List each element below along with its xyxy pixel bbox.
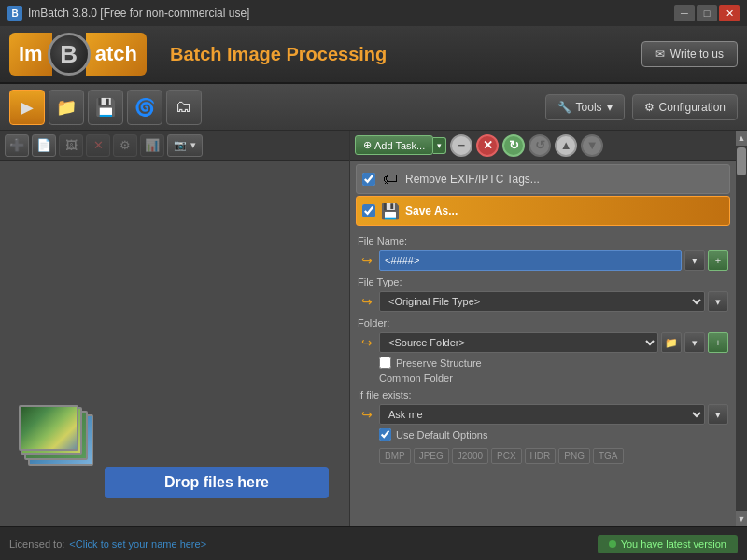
if-exists-row: ↪ Ask me ▾: [358, 404, 728, 425]
folder-arrow-icon[interactable]: ↪: [358, 333, 376, 352]
folder-select[interactable]: <Source Folder>: [379, 332, 658, 353]
folder-add-btn[interactable]: +: [708, 332, 728, 353]
task-item-saveas[interactable]: 💾 Save As...: [356, 196, 730, 226]
drop-text[interactable]: Drop files here: [105, 467, 329, 498]
toolbar-play-button[interactable]: ▶: [9, 90, 45, 125]
scroll-down-button[interactable]: ▼: [736, 511, 747, 526]
add-green-button[interactable]: ➕: [5, 134, 29, 157]
format-pcx-btn[interactable]: PCX: [491, 448, 522, 464]
logo: Im B atch: [9, 33, 147, 76]
scroll-up-button[interactable]: ▲: [736, 131, 747, 146]
file-type-label: File Type:: [358, 276, 728, 287]
licensed-label: Licensed to:: [9, 539, 64, 550]
use-default-label: Use Default Options: [396, 429, 487, 441]
if-exists-arrow-icon[interactable]: ↪: [358, 405, 376, 424]
image-preview: [19, 405, 103, 480]
toolbar-briefcase-button[interactable]: 🗂: [166, 90, 202, 125]
task-redo-button[interactable]: ↻: [502, 134, 525, 157]
statusbar: Licensed to: <Click to set your name her…: [0, 526, 747, 560]
format-bmp-btn[interactable]: BMP: [379, 448, 411, 464]
minimize-button[interactable]: ─: [674, 5, 695, 21]
if-exists-select[interactable]: Ask me: [379, 404, 705, 425]
exif-icon: 🏷: [381, 170, 400, 189]
logo-atch: atch: [86, 33, 147, 76]
wrench-icon: 🔧: [557, 101, 571, 114]
version-text: You have latest version: [621, 539, 726, 550]
dropdown-button[interactable]: 📷 ▾: [167, 134, 203, 157]
toolbar-refresh-button[interactable]: 🌀: [127, 90, 162, 125]
chart-button: 📊: [140, 134, 164, 157]
preserve-structure-checkbox[interactable]: [379, 357, 391, 369]
file-name-add-btn[interactable]: +: [708, 250, 728, 271]
add-page-button[interactable]: 📄: [32, 134, 56, 157]
file-type-select[interactable]: <Original File Type>: [379, 291, 705, 312]
file-name-label: File Name:: [358, 235, 728, 246]
task-close-button[interactable]: ✕: [476, 134, 499, 157]
left-panel: ➕ 📄 🖼 ✕ ⚙ 📊 📷 ▾ Drop f: [0, 131, 350, 526]
app-subtitle: Batch Image Processing: [170, 44, 387, 65]
task-item-exif[interactable]: 🏷 Remove EXIF/IPTC Tags...: [356, 164, 730, 194]
file-name-row: ↪ ▾ +: [358, 250, 728, 271]
main-toolbar: ▶ 📁 💾 🌀 🗂 🔧 Tools ▾ ⚙ Configuration: [0, 84, 747, 131]
header: Im B atch Batch Image Processing ✉ Write…: [0, 26, 747, 84]
add-task-button[interactable]: ⊕ Add Task...: [355, 135, 433, 155]
envelope-icon: ✉: [655, 48, 665, 61]
folder-browse-btn[interactable]: 📁: [661, 332, 682, 353]
use-default-row: Use Default Options: [358, 428, 728, 441]
toolbar-folder-button[interactable]: 📁: [49, 90, 84, 125]
license-name-link[interactable]: <Click to set your name here>: [69, 539, 206, 550]
task-label-exif: Remove EXIF/IPTC Tags...: [405, 173, 540, 186]
write-to-us-button[interactable]: ✉ Write to us: [641, 41, 738, 67]
task-minus-button[interactable]: −: [450, 134, 472, 157]
saveas-icon: 💾: [381, 202, 400, 220]
file-name-dropdown-btn[interactable]: ▾: [684, 250, 705, 271]
left-toolbar: ➕ 📄 🖼 ✕ ⚙ 📊 📷 ▾: [0, 131, 349, 161]
file-type-dropdown-btn[interactable]: ▾: [708, 291, 728, 312]
configuration-button[interactable]: ⚙ Configuration: [632, 94, 738, 120]
format-hdr-btn[interactable]: HDR: [525, 448, 557, 464]
add-task-dropdown[interactable]: ▾: [433, 137, 446, 154]
scroll-handle[interactable]: [737, 147, 746, 175]
drop-zone[interactable]: Drop files here: [0, 161, 349, 526]
file-type-arrow-icon[interactable]: ↪: [358, 292, 376, 311]
tools-button[interactable]: 🔧 Tools ▾: [545, 94, 625, 120]
task-label-saveas: Save As...: [405, 204, 458, 217]
titlebar-title: ImBatch 3.8.0 [Free for non-commercial u…: [28, 7, 249, 20]
app-icon: B: [7, 6, 22, 21]
if-exists-dropdown-btn[interactable]: ▾: [708, 404, 728, 425]
task-list: 🏷 Remove EXIF/IPTC Tags... 💾 Save As...: [350, 161, 736, 228]
folder-label: Folder:: [358, 317, 728, 329]
gear-icon: ⚙: [644, 101, 655, 114]
image-button: 🖼: [59, 134, 83, 157]
maximize-button[interactable]: □: [697, 5, 717, 21]
right-panel: ⊕ Add Task... ▾ − ✕ ↻ ↺ ▲ ▼: [350, 131, 736, 526]
tools-dropdown-icon: ▾: [607, 101, 613, 114]
remove-button: ✕: [86, 134, 110, 157]
format-j2000-btn[interactable]: J2000: [452, 448, 488, 464]
right-container: ⊕ Add Task... ▾ − ✕ ↻ ↺ ▲ ▼: [350, 131, 747, 526]
form-area: File Name: ↪ ▾ + File Type: ↪ <Original …: [350, 228, 736, 526]
task-undo-button: ↺: [529, 134, 551, 157]
main-area: ➕ 📄 🖼 ✕ ⚙ 📊 📷 ▾ Drop f: [0, 131, 747, 526]
scroll-track[interactable]: [736, 146, 747, 511]
toolbar-save-button[interactable]: 💾: [88, 90, 123, 125]
folder-dropdown-btn[interactable]: ▾: [684, 332, 705, 353]
file-name-arrow-icon[interactable]: ↪: [358, 251, 376, 270]
format-jpeg-btn[interactable]: JPEG: [414, 448, 449, 464]
if-exists-label: If file exists:: [358, 389, 728, 400]
close-button[interactable]: ✕: [719, 5, 740, 21]
settings-button: ⚙: [113, 134, 137, 157]
task-up-button[interactable]: ▲: [555, 134, 577, 157]
preserve-structure-row: Preserve Structure: [358, 357, 728, 369]
format-buttons-row: BMP JPEG J2000 PCX HDR PNG TGA: [358, 448, 728, 464]
use-default-checkbox[interactable]: [379, 428, 391, 441]
file-name-input[interactable]: [379, 250, 682, 271]
right-scrollbar[interactable]: ▲ ▼: [736, 131, 747, 526]
task-checkbox-saveas[interactable]: [362, 204, 375, 217]
format-png-btn[interactable]: PNG: [558, 448, 590, 464]
logo-b: B: [48, 33, 91, 76]
task-checkbox-exif[interactable]: [362, 173, 375, 186]
status-dot: [609, 540, 616, 548]
task-down-button: ▼: [581, 134, 603, 157]
format-tga-btn[interactable]: TGA: [593, 448, 624, 464]
